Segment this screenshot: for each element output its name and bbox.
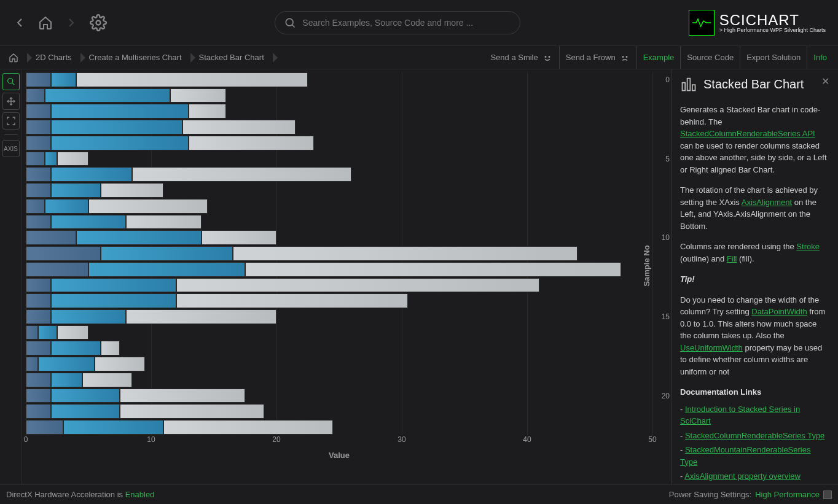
breadcrumb-home[interactable] [5, 46, 27, 69]
bar-segment [51, 183, 101, 198]
x-tick: 40 [523, 435, 531, 444]
bar-row [26, 246, 652, 262]
bar-row [26, 182, 652, 198]
info-p4: Do you need to change the width of the c… [680, 294, 829, 378]
bar-segment [26, 309, 51, 324]
link-uuw[interactable]: UseUniformWidth [680, 343, 743, 352]
bar-segment [189, 104, 226, 118]
bar-segment [26, 136, 51, 150]
bar-segment [26, 167, 51, 182]
status-left: DirectX Hardware Acceleration is Enabled [6, 490, 154, 499]
extent-tool[interactable] [2, 112, 20, 130]
bar-row [26, 151, 652, 167]
link-stroke[interactable]: Stroke [796, 242, 820, 251]
svg-rect-13 [692, 85, 695, 90]
bar-segment [176, 293, 408, 308]
bar-segment [26, 199, 45, 214]
x-tick: 10 [147, 435, 155, 444]
bar-segment [176, 278, 540, 293]
bar-segment [101, 341, 120, 355]
frown-icon [619, 52, 630, 63]
bar-segment [26, 357, 38, 371]
bar-row [26, 293, 652, 309]
bar-segment [51, 341, 101, 355]
bar-segment [182, 120, 296, 134]
bar-segment [26, 262, 88, 277]
svg-point-5 [622, 56, 624, 57]
bar-segment [51, 309, 126, 324]
bar-segment [26, 215, 51, 230]
bar-segment [45, 152, 57, 166]
search-input[interactable] [302, 18, 511, 28]
y-tick: 10 [662, 233, 670, 242]
bar-row [26, 309, 652, 325]
bar-segment [88, 199, 208, 214]
bar-segment [26, 293, 51, 308]
bar-segment [189, 136, 314, 150]
breadcrumb-item[interactable]: Create a Multiseries Chart [80, 46, 190, 69]
link-axis[interactable]: AxisAlignment [742, 198, 792, 207]
bar-segment [51, 293, 176, 308]
gear-icon[interactable] [90, 14, 107, 31]
bar-segment [51, 72, 76, 87]
y-tick: 15 [662, 312, 670, 321]
bar-segment [126, 215, 201, 230]
svg-point-0 [96, 21, 101, 25]
bar-segment [45, 88, 170, 103]
home-icon[interactable] [38, 15, 53, 30]
doc-link[interactable]: Introduction to Stacked Series in SciCha… [680, 405, 800, 426]
doc-link[interactable]: StackedColumnRenderableSeries Type [685, 431, 824, 440]
status-right: Power Saving Settings: High Performance [669, 490, 832, 499]
doc-link[interactable]: AxisAlignment property overview [684, 471, 801, 481]
bar-segment [120, 404, 264, 419]
bar-row [26, 340, 652, 356]
y-tick: 20 [662, 392, 670, 400]
doc-link[interactable]: StackedMountainRenderableSeries Type [680, 445, 810, 467]
breadcrumb-item[interactable]: Stacked Bar Chart [190, 46, 273, 69]
axis-tool[interactable]: AXIS [2, 140, 20, 157]
link-dpw[interactable]: DataPointWidth [751, 307, 807, 316]
send-frown[interactable]: Send a Frown [559, 46, 636, 69]
breadcrumb-item[interactable]: 2D Charts [27, 46, 80, 69]
chart[interactable]: Value01020304050 05101520 Sample No [22, 69, 671, 484]
bar-segment [76, 72, 308, 87]
bar-row [26, 403, 652, 419]
x-tick: 0 [24, 435, 28, 444]
bar-segment [26, 404, 51, 419]
y-tick: 0 [665, 76, 670, 84]
pan-tool[interactable] [2, 93, 20, 110]
bar-segment [51, 167, 133, 182]
link-api[interactable]: StackedColumnRenderableSeries API [680, 129, 815, 138]
logo-text: SCICHART [719, 13, 826, 28]
info-panel: Stacked Bar Chart ✕ Generates a Stacked … [671, 69, 838, 484]
bar-segment [26, 183, 51, 198]
logo-sub: > High Performance WPF Silverlight Chart… [719, 28, 826, 33]
bar-segment [26, 373, 51, 387]
tab-source[interactable]: Source Code [680, 46, 740, 69]
bar-segment [26, 341, 51, 355]
bar-row [26, 88, 652, 104]
info-p2: The rotation of the chart is achieved by… [680, 184, 829, 232]
y-axis-title: Sample No [642, 245, 651, 286]
chart-icon [680, 76, 697, 93]
tab-info[interactable]: Info [807, 46, 833, 69]
forward-icon[interactable] [64, 15, 79, 30]
zoom-tool[interactable] [2, 73, 20, 90]
status-indicator[interactable] [823, 490, 832, 499]
search-box[interactable] [275, 11, 520, 34]
svg-point-3 [545, 56, 546, 57]
bar-row [26, 356, 652, 372]
toolstrip: AXIS [0, 69, 22, 484]
tool-divider [4, 134, 18, 135]
tab-export[interactable]: Export Solution [740, 46, 807, 69]
close-icon[interactable]: ✕ [821, 76, 829, 87]
bar-row [26, 119, 652, 135]
tab-example[interactable]: Example [636, 46, 681, 69]
bar-segment [126, 309, 276, 324]
y-tick: 5 [665, 155, 670, 163]
link-fill[interactable]: Fill [727, 254, 737, 263]
back-icon[interactable] [12, 15, 27, 30]
bar-row [26, 214, 652, 230]
bar-segment [163, 420, 332, 435]
send-smile[interactable]: Send a Smile [484, 46, 558, 69]
